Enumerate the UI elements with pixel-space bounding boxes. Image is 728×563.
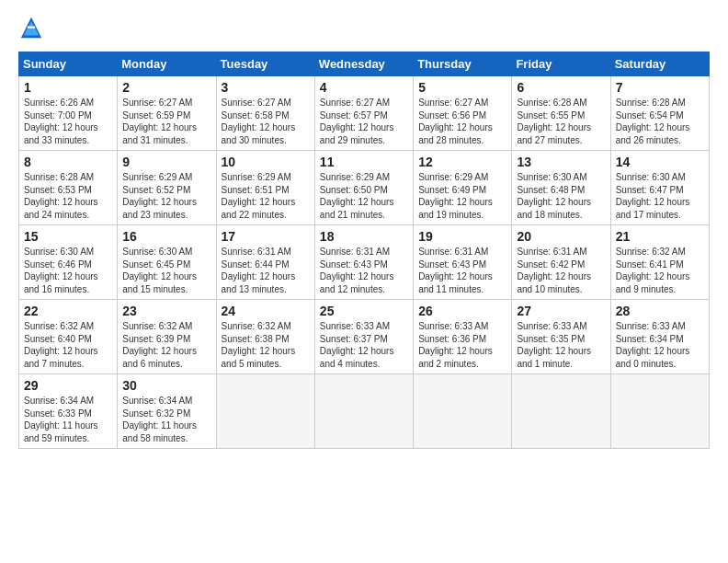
- calendar-cell: 3Sunrise: 6:27 AM Sunset: 6:58 PM Daylig…: [216, 76, 314, 151]
- calendar-cell: 6Sunrise: 6:28 AM Sunset: 6:55 PM Daylig…: [512, 76, 610, 151]
- calendar-header-friday: Friday: [512, 52, 610, 76]
- day-info: Sunrise: 6:29 AM Sunset: 6:52 PM Dayligh…: [122, 171, 210, 221]
- day-info: Sunrise: 6:28 AM Sunset: 6:55 PM Dayligh…: [517, 97, 605, 146]
- calendar-cell: 12Sunrise: 6:29 AM Sunset: 6:49 PM Dayli…: [414, 151, 512, 225]
- day-number: 22: [24, 304, 112, 318]
- day-number: 16: [122, 229, 210, 244]
- calendar-header-wednesday: Wednesday: [314, 52, 413, 76]
- calendar-cell: 22Sunrise: 6:32 AM Sunset: 6:40 PM Dayli…: [19, 300, 118, 374]
- calendar-cell: 1Sunrise: 6:26 AM Sunset: 7:00 PM Daylig…: [19, 76, 118, 151]
- day-number: 18: [320, 229, 408, 244]
- day-info: Sunrise: 6:32 AM Sunset: 6:40 PM Dayligh…: [24, 320, 112, 370]
- day-number: 8: [24, 155, 112, 169]
- day-info: Sunrise: 6:27 AM Sunset: 6:58 PM Dayligh…: [222, 97, 310, 146]
- day-number: 5: [418, 80, 506, 95]
- calendar-header-thursday: Thursday: [414, 52, 512, 76]
- day-number: 27: [517, 304, 605, 318]
- calendar-cell: 5Sunrise: 6:27 AM Sunset: 6:56 PM Daylig…: [414, 76, 512, 151]
- day-info: Sunrise: 6:29 AM Sunset: 6:51 PM Dayligh…: [222, 171, 310, 221]
- calendar-week-4: 22Sunrise: 6:32 AM Sunset: 6:40 PM Dayli…: [19, 300, 710, 374]
- calendar-cell: 7Sunrise: 6:28 AM Sunset: 6:54 PM Daylig…: [610, 76, 709, 151]
- day-number: 26: [418, 304, 506, 318]
- day-info: Sunrise: 6:27 AM Sunset: 6:57 PM Dayligh…: [320, 97, 408, 146]
- calendar-week-1: 1Sunrise: 6:26 AM Sunset: 7:00 PM Daylig…: [19, 76, 710, 151]
- calendar-cell: 28Sunrise: 6:33 AM Sunset: 6:34 PM Dayli…: [610, 300, 709, 374]
- day-number: 14: [616, 155, 704, 169]
- calendar-cell: 20Sunrise: 6:31 AM Sunset: 6:42 PM Dayli…: [512, 225, 610, 300]
- day-number: 30: [122, 378, 210, 393]
- logo: [18, 15, 48, 40]
- calendar-cell: 16Sunrise: 6:30 AM Sunset: 6:45 PM Dayli…: [118, 225, 216, 300]
- day-number: 28: [616, 304, 704, 318]
- day-number: 1: [24, 80, 112, 95]
- day-info: Sunrise: 6:33 AM Sunset: 6:34 PM Dayligh…: [616, 320, 704, 370]
- day-number: 13: [517, 155, 605, 169]
- day-info: Sunrise: 6:33 AM Sunset: 6:35 PM Dayligh…: [517, 320, 605, 370]
- day-info: Sunrise: 6:30 AM Sunset: 6:45 PM Dayligh…: [122, 246, 210, 295]
- day-number: 21: [616, 229, 704, 244]
- calendar-body: 1Sunrise: 6:26 AM Sunset: 7:00 PM Daylig…: [19, 76, 710, 449]
- calendar-header-monday: Monday: [118, 52, 216, 76]
- calendar-cell: 2Sunrise: 6:27 AM Sunset: 6:59 PM Daylig…: [118, 76, 216, 151]
- calendar-cell: 14Sunrise: 6:30 AM Sunset: 6:47 PM Dayli…: [610, 151, 709, 225]
- day-info: Sunrise: 6:32 AM Sunset: 6:41 PM Dayligh…: [616, 246, 704, 295]
- day-info: Sunrise: 6:33 AM Sunset: 6:36 PM Dayligh…: [418, 320, 506, 370]
- calendar-cell: 23Sunrise: 6:32 AM Sunset: 6:39 PM Dayli…: [118, 300, 216, 374]
- calendar-header-row: SundayMondayTuesdayWednesdayThursdayFrid…: [19, 52, 710, 76]
- calendar-cell: [610, 374, 709, 449]
- calendar-cell: 19Sunrise: 6:31 AM Sunset: 6:43 PM Dayli…: [414, 225, 512, 300]
- calendar-cell: [314, 374, 413, 449]
- day-number: 20: [517, 229, 605, 244]
- calendar-cell: 8Sunrise: 6:28 AM Sunset: 6:53 PM Daylig…: [19, 151, 118, 225]
- calendar-cell: 24Sunrise: 6:32 AM Sunset: 6:38 PM Dayli…: [216, 300, 314, 374]
- calendar-table: SundayMondayTuesdayWednesdayThursdayFrid…: [18, 52, 710, 449]
- calendar-week-3: 15Sunrise: 6:30 AM Sunset: 6:46 PM Dayli…: [19, 225, 710, 300]
- day-info: Sunrise: 6:26 AM Sunset: 7:00 PM Dayligh…: [24, 97, 112, 146]
- day-number: 9: [122, 155, 210, 169]
- svg-rect-2: [28, 27, 35, 29]
- day-info: Sunrise: 6:30 AM Sunset: 6:46 PM Dayligh…: [24, 246, 112, 295]
- day-number: 25: [320, 304, 408, 318]
- day-info: Sunrise: 6:29 AM Sunset: 6:49 PM Dayligh…: [418, 171, 506, 221]
- calendar-cell: 9Sunrise: 6:29 AM Sunset: 6:52 PM Daylig…: [118, 151, 216, 225]
- day-number: 6: [517, 80, 605, 95]
- calendar-header-saturday: Saturday: [610, 52, 709, 76]
- day-info: Sunrise: 6:29 AM Sunset: 6:50 PM Dayligh…: [320, 171, 408, 221]
- calendar-cell: 29Sunrise: 6:34 AM Sunset: 6:33 PM Dayli…: [19, 374, 118, 449]
- day-info: Sunrise: 6:31 AM Sunset: 6:43 PM Dayligh…: [418, 246, 506, 295]
- day-number: 24: [222, 304, 310, 318]
- calendar-cell: 26Sunrise: 6:33 AM Sunset: 6:36 PM Dayli…: [414, 300, 512, 374]
- day-number: 2: [122, 80, 210, 95]
- day-number: 10: [222, 155, 310, 169]
- day-number: 15: [24, 229, 112, 244]
- day-info: Sunrise: 6:28 AM Sunset: 6:53 PM Dayligh…: [24, 171, 112, 221]
- day-number: 3: [222, 80, 310, 95]
- calendar-cell: [512, 374, 610, 449]
- calendar-cell: 4Sunrise: 6:27 AM Sunset: 6:57 PM Daylig…: [314, 76, 413, 151]
- day-number: 12: [418, 155, 506, 169]
- day-number: 17: [222, 229, 310, 244]
- calendar-cell: 30Sunrise: 6:34 AM Sunset: 6:32 PM Dayli…: [118, 374, 216, 449]
- day-info: Sunrise: 6:27 AM Sunset: 6:56 PM Dayligh…: [418, 97, 506, 146]
- day-info: Sunrise: 6:32 AM Sunset: 6:38 PM Dayligh…: [222, 320, 310, 370]
- calendar-header-tuesday: Tuesday: [216, 52, 314, 76]
- calendar-cell: 15Sunrise: 6:30 AM Sunset: 6:46 PM Dayli…: [19, 225, 118, 300]
- day-number: 11: [320, 155, 408, 169]
- day-number: 4: [320, 80, 408, 95]
- day-info: Sunrise: 6:34 AM Sunset: 6:33 PM Dayligh…: [24, 395, 112, 444]
- day-number: 7: [616, 80, 704, 95]
- calendar-week-2: 8Sunrise: 6:28 AM Sunset: 6:53 PM Daylig…: [19, 151, 710, 225]
- main-container: SundayMondayTuesdayWednesdayThursdayFrid…: [0, 0, 728, 458]
- calendar-cell: 25Sunrise: 6:33 AM Sunset: 6:37 PM Dayli…: [314, 300, 413, 374]
- day-number: 23: [122, 304, 210, 318]
- day-number: 29: [24, 378, 112, 393]
- logo-icon: [18, 15, 44, 40]
- calendar-cell: [414, 374, 512, 449]
- calendar-cell: 11Sunrise: 6:29 AM Sunset: 6:50 PM Dayli…: [314, 151, 413, 225]
- day-info: Sunrise: 6:33 AM Sunset: 6:37 PM Dayligh…: [320, 320, 408, 370]
- day-number: 19: [418, 229, 506, 244]
- day-info: Sunrise: 6:32 AM Sunset: 6:39 PM Dayligh…: [122, 320, 210, 370]
- day-info: Sunrise: 6:27 AM Sunset: 6:59 PM Dayligh…: [122, 97, 210, 146]
- calendar-cell: [216, 374, 314, 449]
- day-info: Sunrise: 6:30 AM Sunset: 6:47 PM Dayligh…: [616, 171, 704, 221]
